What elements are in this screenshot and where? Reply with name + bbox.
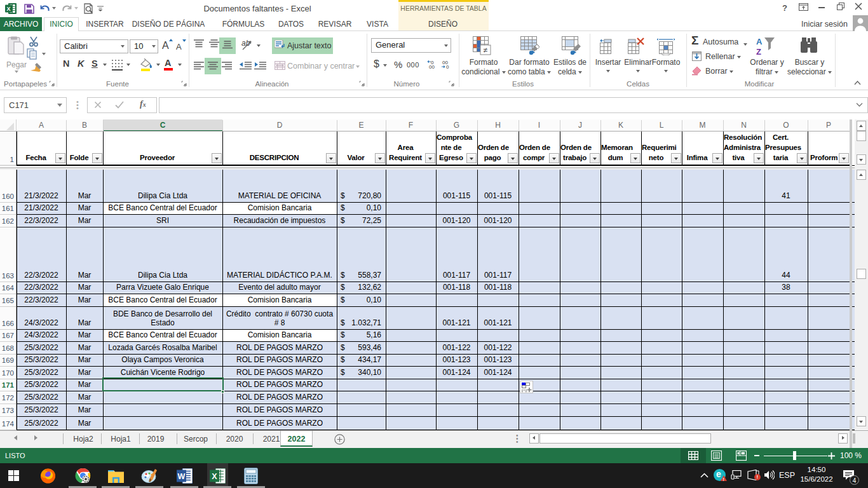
svg-text:X: X xyxy=(212,472,217,481)
svg-text:00: 00 xyxy=(429,64,435,69)
svg-text:A: A xyxy=(756,37,763,46)
svg-text:W: W xyxy=(178,472,186,481)
svg-text:0: 0 xyxy=(446,64,449,69)
svg-text:?: ? xyxy=(782,3,787,11)
svg-text:X: X xyxy=(6,6,10,12)
svg-text:Z: Z xyxy=(756,47,761,57)
svg-text:≠: ≠ xyxy=(484,46,488,55)
